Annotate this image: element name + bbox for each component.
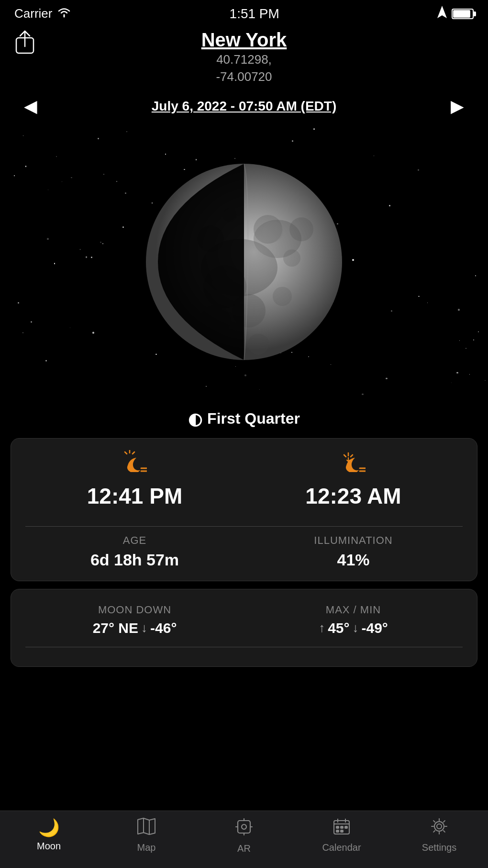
svg-rect-22 bbox=[238, 821, 250, 833]
svg-point-15 bbox=[248, 334, 269, 355]
svg-rect-36 bbox=[341, 830, 343, 832]
date-navigation: ◀ July 6, 2022 - 07:50 AM (EDT) ▶ bbox=[0, 89, 488, 124]
moon-down-card: MOON DOWN 27° NE ↓ -46° MAX / MIN ↑ 45° … bbox=[11, 589, 477, 667]
moon-down-elevation: -46° bbox=[150, 620, 177, 636]
map-tab-label: Map bbox=[137, 842, 156, 853]
rise-set-card: 12:41 PM 12:23 AM AGE 6d 18h 57m ILLU bbox=[11, 438, 477, 581]
moon-display bbox=[0, 124, 488, 402]
tab-ar[interactable]: AR bbox=[195, 818, 293, 854]
stats-row: AGE 6d 18h 57m ILLUMINATION 41% bbox=[25, 534, 463, 569]
card-divider bbox=[25, 526, 463, 527]
phase-name: First Quarter bbox=[207, 410, 300, 428]
coordinates: 40.71298, -74.00720 bbox=[38, 51, 450, 86]
moonrise-icon bbox=[25, 450, 244, 476]
moon-down-value: 27° NE ↓ -46° bbox=[25, 620, 244, 636]
rise-set-row: 12:41 PM 12:23 AM bbox=[25, 450, 463, 519]
map-tab-icon bbox=[137, 818, 155, 839]
city-name[interactable]: New York bbox=[38, 29, 450, 51]
calendar-tab-label: Calendar bbox=[322, 842, 361, 853]
svg-rect-34 bbox=[345, 826, 347, 828]
age-label: AGE bbox=[25, 534, 244, 547]
age-stat: AGE 6d 18h 57m bbox=[25, 534, 244, 569]
svg-rect-32 bbox=[336, 826, 339, 828]
date-label[interactable]: July 6, 2022 - 07:50 AM (EDT) bbox=[152, 99, 336, 114]
status-left: Carrier bbox=[14, 6, 71, 21]
moonset-icon bbox=[244, 450, 463, 476]
share-button[interactable] bbox=[14, 29, 35, 56]
card-divider-2 bbox=[25, 647, 463, 647]
illumination-value: 41% bbox=[244, 551, 463, 569]
moon-tab-icon: 🌙 bbox=[38, 818, 60, 838]
svg-rect-35 bbox=[336, 830, 339, 832]
moon-image bbox=[134, 143, 354, 383]
phase-icon: ◐ bbox=[188, 409, 202, 428]
tab-map[interactable]: Map bbox=[98, 818, 195, 853]
next-date-button[interactable]: ▶ bbox=[446, 93, 469, 119]
age-value: 6d 18h 57m bbox=[25, 551, 244, 569]
moon-down-item: MOON DOWN 27° NE ↓ -46° bbox=[25, 604, 244, 636]
tab-moon[interactable]: 🌙 Moon bbox=[0, 818, 98, 852]
carrier-label: Carrier bbox=[14, 6, 52, 21]
info-row: MOON DOWN 27° NE ↓ -46° MAX / MIN ↑ 45° … bbox=[25, 601, 463, 639]
header: New York 40.71298, -74.00720 bbox=[0, 24, 488, 89]
latitude: 40.71298, bbox=[38, 51, 450, 68]
tab-settings[interactable]: Settings bbox=[390, 818, 488, 853]
svg-rect-33 bbox=[341, 826, 343, 828]
svg-point-37 bbox=[437, 824, 442, 829]
moonset-time: 12:23 AM bbox=[244, 483, 463, 509]
ar-tab-icon bbox=[235, 818, 253, 840]
down-arrow-icon2: ↓ bbox=[353, 620, 359, 635]
moonset-item: 12:23 AM bbox=[244, 450, 463, 509]
tab-calendar[interactable]: Calendar bbox=[293, 818, 390, 853]
up-arrow-icon: ↑ bbox=[319, 620, 325, 635]
svg-point-18 bbox=[254, 220, 301, 258]
moon-down-label: MOON DOWN bbox=[25, 604, 244, 616]
settings-tab-label: Settings bbox=[422, 842, 456, 853]
max-min-value: ↑ 45° ↓ -49° bbox=[244, 620, 463, 636]
illumination-label: ILLUMINATION bbox=[244, 534, 463, 547]
status-time: 1:51 PM bbox=[230, 6, 279, 22]
svg-point-23 bbox=[242, 824, 246, 829]
max-min-label: MAX / MIN bbox=[244, 604, 463, 616]
wifi-icon bbox=[57, 6, 71, 21]
tab-bar: 🌙 Moon Map AR bbox=[0, 811, 488, 868]
svg-point-9 bbox=[273, 287, 292, 306]
svg-point-38 bbox=[434, 822, 444, 831]
max-min-item: MAX / MIN ↑ 45° ↓ -49° bbox=[244, 604, 463, 636]
max-value: 45° bbox=[328, 620, 349, 636]
settings-tab-icon bbox=[431, 818, 448, 839]
down-arrow-icon: ↓ bbox=[141, 620, 147, 635]
moon-down-direction: 27° NE bbox=[93, 620, 138, 636]
longitude: -74.00720 bbox=[38, 68, 450, 85]
prev-date-button[interactable]: ◀ bbox=[19, 93, 42, 119]
status-bar: Carrier 1:51 PM bbox=[0, 0, 488, 24]
calendar-tab-icon bbox=[333, 818, 350, 839]
moonrise-item: 12:41 PM bbox=[25, 450, 244, 509]
svg-marker-19 bbox=[138, 818, 155, 834]
illumination-stat: ILLUMINATION 41% bbox=[244, 534, 463, 569]
moonrise-time: 12:41 PM bbox=[25, 483, 244, 509]
ar-tab-label: AR bbox=[237, 843, 251, 854]
svg-marker-0 bbox=[437, 6, 447, 18]
min-value: -49° bbox=[362, 620, 388, 636]
battery-icon bbox=[452, 9, 474, 19]
status-right bbox=[437, 6, 474, 22]
location-icon bbox=[437, 6, 447, 22]
moon-tab-label: Moon bbox=[37, 841, 61, 852]
moon-phase-label: ◐ First Quarter bbox=[0, 402, 488, 438]
